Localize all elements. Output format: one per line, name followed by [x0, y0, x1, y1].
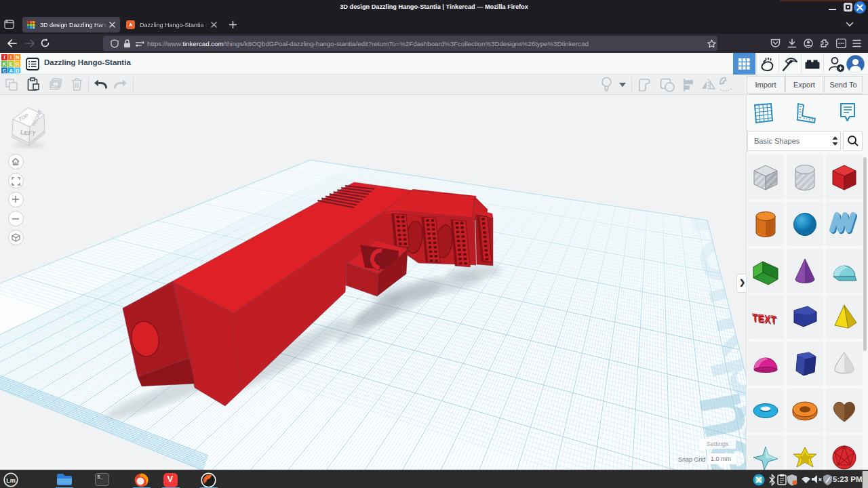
- svg-text:N: N: [16, 54, 19, 60]
- svg-text:Lm: Lm: [6, 477, 16, 484]
- svg-text:A: A: [9, 68, 13, 74]
- svg-text:C: C: [3, 68, 7, 74]
- svg-text:I: I: [10, 54, 12, 60]
- svg-text:E: E: [9, 61, 13, 67]
- svg-text:D: D: [16, 68, 20, 74]
- svg-text:R: R: [16, 61, 20, 67]
- svg-text:T: T: [3, 54, 6, 60]
- svg-text:K: K: [3, 61, 7, 67]
